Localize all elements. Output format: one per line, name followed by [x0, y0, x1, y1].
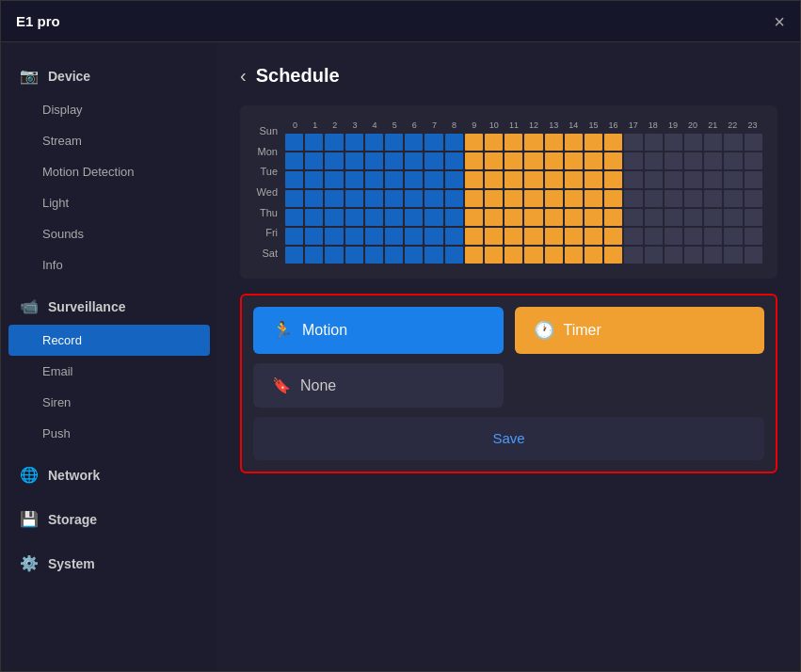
grid-cell[interactable]: [325, 134, 343, 151]
grid-cell[interactable]: [524, 171, 542, 188]
grid-cell[interactable]: [365, 247, 383, 264]
grid-cell[interactable]: [465, 134, 483, 151]
sidebar-item-sounds[interactable]: Sounds: [1, 218, 217, 249]
grid-cell[interactable]: [624, 171, 642, 188]
grid-cell[interactable]: [385, 247, 403, 264]
grid-cell[interactable]: [585, 209, 602, 226]
sidebar-section-header-storage[interactable]: 💾 Storage: [1, 501, 217, 537]
back-button[interactable]: ‹: [240, 65, 247, 87]
grid-cell[interactable]: [645, 134, 663, 151]
grid-cell[interactable]: [285, 190, 303, 207]
grid-cell[interactable]: [684, 247, 702, 264]
grid-cell[interactable]: [365, 209, 383, 226]
grid-cell[interactable]: [704, 171, 722, 188]
grid-cell[interactable]: [585, 228, 602, 245]
grid-cell[interactable]: [585, 152, 602, 169]
grid-cell[interactable]: [665, 209, 682, 226]
grid-cell[interactable]: [665, 228, 682, 245]
grid-cell[interactable]: [704, 228, 722, 245]
grid-cell[interactable]: [345, 228, 363, 245]
grid-cell[interactable]: [285, 152, 303, 169]
grid-cell[interactable]: [385, 209, 403, 226]
sidebar-item-email[interactable]: Email: [1, 356, 217, 387]
grid-cell[interactable]: [465, 190, 483, 207]
grid-cell[interactable]: [545, 247, 563, 264]
grid-cell[interactable]: [545, 209, 563, 226]
grid-cell[interactable]: [684, 134, 702, 151]
grid-cell[interactable]: [425, 171, 442, 188]
grid-cell[interactable]: [585, 190, 602, 207]
grid-cell[interactable]: [745, 152, 762, 169]
grid-cell[interactable]: [345, 247, 363, 264]
grid-cell[interactable]: [665, 247, 682, 264]
grid-cell[interactable]: [524, 247, 542, 264]
grid-cell[interactable]: [385, 190, 403, 207]
sidebar-item-push[interactable]: Push: [1, 418, 217, 449]
grid-cell[interactable]: [505, 247, 522, 264]
save-bar[interactable]: Save: [253, 417, 764, 460]
grid-cell[interactable]: [365, 152, 383, 169]
grid-cell[interactable]: [345, 171, 363, 188]
grid-cell[interactable]: [425, 134, 442, 151]
grid-cell[interactable]: [285, 228, 303, 245]
grid-cell[interactable]: [745, 228, 762, 245]
sidebar-section-header-network[interactable]: 🌐 Network: [1, 456, 217, 493]
grid-cell[interactable]: [325, 247, 343, 264]
grid-cell[interactable]: [585, 247, 602, 264]
sidebar-item-info[interactable]: Info: [1, 249, 217, 280]
grid-cell[interactable]: [405, 152, 423, 169]
grid-cell[interactable]: [604, 134, 622, 151]
grid-cell[interactable]: [305, 152, 323, 169]
grid-cell[interactable]: [745, 190, 762, 207]
grid-cell[interactable]: [565, 152, 583, 169]
grid-cell[interactable]: [604, 171, 622, 188]
grid-cell[interactable]: [405, 247, 423, 264]
grid-cell[interactable]: [425, 152, 442, 169]
grid-cell[interactable]: [604, 209, 622, 226]
grid-cell[interactable]: [505, 171, 522, 188]
grid-cell[interactable]: [485, 209, 503, 226]
grid-cell[interactable]: [565, 209, 583, 226]
grid-cell[interactable]: [285, 247, 303, 264]
grid-cell[interactable]: [505, 190, 522, 207]
grid-cell[interactable]: [704, 247, 722, 264]
grid-cell[interactable]: [325, 228, 343, 245]
grid-cell[interactable]: [704, 134, 722, 151]
grid-cell[interactable]: [645, 190, 663, 207]
grid-cell[interactable]: [405, 190, 423, 207]
grid-cell[interactable]: [565, 171, 583, 188]
grid-cell[interactable]: [285, 171, 303, 188]
grid-cell[interactable]: [485, 171, 503, 188]
grid-cell[interactable]: [604, 247, 622, 264]
grid-cell[interactable]: [305, 209, 323, 226]
sidebar-section-header-system[interactable]: ⚙️ System: [1, 545, 217, 582]
timer-button[interactable]: 🕐 Timer: [515, 307, 765, 354]
grid-cell[interactable]: [724, 228, 742, 245]
grid-cell[interactable]: [285, 209, 303, 226]
grid-cell[interactable]: [624, 228, 642, 245]
grid-cell[interactable]: [524, 134, 542, 151]
grid-cell[interactable]: [325, 171, 343, 188]
grid-cell[interactable]: [545, 190, 563, 207]
grid-cell[interactable]: [745, 171, 762, 188]
grid-cell[interactable]: [704, 152, 722, 169]
grid-cell[interactable]: [385, 228, 403, 245]
grid-cell[interactable]: [485, 152, 503, 169]
grid-cell[interactable]: [724, 171, 742, 188]
grid-cell[interactable]: [325, 190, 343, 207]
grid-cell[interactable]: [524, 152, 542, 169]
grid-cell[interactable]: [624, 190, 642, 207]
grid-cell[interactable]: [405, 209, 423, 226]
grid-cell[interactable]: [405, 228, 423, 245]
grid-cell[interactable]: [585, 134, 602, 151]
grid-cell[interactable]: [624, 247, 642, 264]
grid-cell[interactable]: [345, 134, 363, 151]
grid-cell[interactable]: [465, 152, 483, 169]
grid-cell[interactable]: [645, 228, 663, 245]
grid-cell[interactable]: [425, 247, 442, 264]
grid-cell[interactable]: [465, 247, 483, 264]
grid-cell[interactable]: [505, 152, 522, 169]
grid-cell[interactable]: [505, 228, 522, 245]
grid-cell[interactable]: [505, 209, 522, 226]
grid-cell[interactable]: [485, 247, 503, 264]
